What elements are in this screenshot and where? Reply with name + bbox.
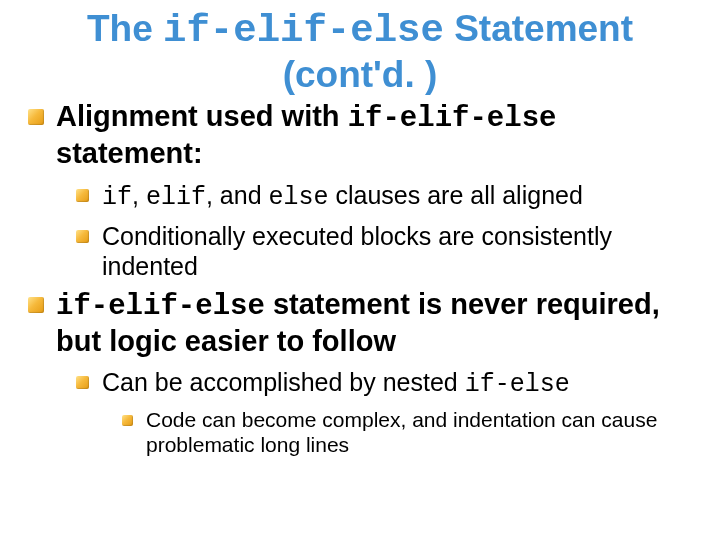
bullet-list-level2: Can be accomplished by nested if-else Co… xyxy=(76,368,692,457)
bullet-complex-indentation: Code can become complex, and indentation… xyxy=(122,408,692,458)
text: Code can become complex, and indentation… xyxy=(146,408,657,456)
bullet-never-required: if-elif-else statement is never required… xyxy=(28,287,692,457)
bullet-consistent-indent: Conditionally executed blocks are consis… xyxy=(76,222,692,281)
slide-body: Alignment used with if-elif-else stateme… xyxy=(28,99,692,457)
text: clauses are all aligned xyxy=(329,181,583,209)
text: statement: xyxy=(56,137,203,169)
bullet-list-level3: Code can become complex, and indentation… xyxy=(122,408,692,458)
title-line2: (cont'd. ) xyxy=(283,54,438,95)
bullet-list-level2: if, elif, and else clauses are all align… xyxy=(76,181,692,282)
code: else xyxy=(269,183,329,212)
code: if-elif-else xyxy=(56,290,265,323)
title-code: if-elif-else xyxy=(163,9,444,53)
code: elif xyxy=(146,183,206,212)
title-pre: The xyxy=(87,8,163,49)
text: Alignment used with xyxy=(56,100,348,132)
title-post: Statement xyxy=(444,8,633,49)
slide-title: The if-elif-else Statement (cont'd. ) xyxy=(28,8,692,95)
bullet-clauses-aligned: if, elif, and else clauses are all align… xyxy=(76,181,692,213)
code: if xyxy=(102,183,132,212)
text: , xyxy=(132,181,146,209)
code: if-else xyxy=(465,370,570,399)
text: Conditionally executed blocks are consis… xyxy=(102,222,612,280)
text: Can be accomplished by nested xyxy=(102,368,465,396)
slide: The if-elif-else Statement (cont'd. ) Al… xyxy=(0,0,720,540)
code: if-elif-else xyxy=(348,102,557,135)
bullet-nested-if-else: Can be accomplished by nested if-else Co… xyxy=(76,368,692,457)
bullet-list-level1: Alignment used with if-elif-else stateme… xyxy=(28,99,692,457)
text: , and xyxy=(206,181,269,209)
bullet-alignment: Alignment used with if-elif-else stateme… xyxy=(28,99,692,281)
